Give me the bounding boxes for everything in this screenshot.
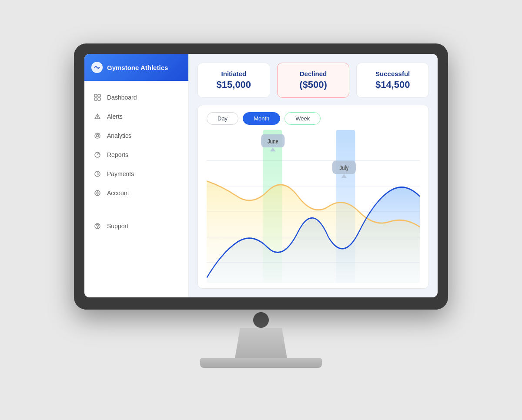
stat-card-initiated: Initiated $15,000 bbox=[197, 63, 270, 98]
svg-rect-2 bbox=[94, 98, 97, 100]
monitor-bottom-assembly bbox=[200, 310, 322, 377]
sidebar-item-dashboard[interactable]: Dashboard bbox=[84, 88, 188, 107]
analytics-icon bbox=[93, 131, 102, 140]
svg-point-7 bbox=[97, 135, 99, 137]
stat-card-declined: Declined ($500) bbox=[277, 63, 350, 98]
alerts-icon bbox=[93, 112, 102, 121]
svg-line-11 bbox=[97, 154, 98, 155]
account-icon bbox=[93, 189, 102, 197]
svg-text:June: June bbox=[268, 138, 278, 145]
reports-label: Reports bbox=[107, 151, 128, 158]
chart-container: Day Month Week bbox=[197, 105, 429, 289]
payments-icon: $ bbox=[93, 170, 102, 178]
monitor-wrapper: Gymstone Athletics Dash bbox=[74, 43, 448, 377]
account-label: Account bbox=[107, 190, 129, 197]
sidebar-item-alerts[interactable]: Alerts bbox=[84, 107, 188, 126]
stat-title-initiated: Initiated bbox=[207, 70, 261, 77]
sidebar-support: Support bbox=[84, 210, 188, 297]
monitor-outer: Gymstone Athletics Dash bbox=[74, 43, 448, 310]
svg-point-5 bbox=[97, 118, 98, 119]
tab-week[interactable]: Week bbox=[284, 112, 321, 125]
monitor-neck bbox=[235, 328, 287, 358]
monitor-button bbox=[253, 312, 269, 328]
sidebar-item-account[interactable]: Account bbox=[84, 183, 188, 203]
sidebar-item-reports[interactable]: Reports bbox=[84, 145, 188, 164]
support-label: Support bbox=[107, 223, 128, 230]
stat-value-initiated: $15,000 bbox=[207, 79, 261, 90]
sidebar: Gymstone Athletics Dash bbox=[84, 54, 189, 297]
analytics-label: Analytics bbox=[107, 132, 131, 139]
reports-icon bbox=[93, 150, 102, 159]
stat-value-declined: ($500) bbox=[286, 79, 341, 90]
stat-title-declined: Declined bbox=[286, 70, 341, 77]
sidebar-logo bbox=[91, 62, 103, 73]
monitor-chin bbox=[84, 297, 438, 310]
sidebar-item-support[interactable]: Support bbox=[84, 217, 188, 236]
chart-area: June July bbox=[207, 130, 420, 283]
monitor-base bbox=[200, 358, 322, 368]
svg-rect-0 bbox=[94, 94, 97, 97]
svg-point-15 bbox=[97, 192, 98, 194]
svg-text:July: July bbox=[339, 164, 348, 171]
tab-month[interactable]: Month bbox=[243, 112, 280, 125]
chart-tabs: Day Month Week bbox=[207, 112, 420, 125]
dashboard-label: Dashboard bbox=[107, 94, 137, 101]
sidebar-nav: Dashboard Alerts bbox=[84, 81, 188, 210]
monitor-screen: Gymstone Athletics Dash bbox=[84, 54, 438, 297]
payments-label: Payments bbox=[107, 170, 134, 177]
stat-title-successful: Successful bbox=[365, 70, 420, 77]
sidebar-brand-name: Gymstone Athletics bbox=[107, 64, 168, 71]
svg-rect-3 bbox=[98, 98, 100, 100]
svg-rect-1 bbox=[98, 94, 100, 97]
svg-point-21 bbox=[97, 227, 98, 228]
dashboard-icon bbox=[93, 93, 102, 102]
sidebar-header: Gymstone Athletics bbox=[84, 54, 188, 81]
sidebar-item-analytics[interactable]: Analytics bbox=[84, 126, 188, 145]
sidebar-item-payments[interactable]: $ Payments bbox=[84, 164, 188, 183]
stat-value-successful: $14,500 bbox=[365, 79, 420, 90]
alerts-label: Alerts bbox=[107, 113, 123, 120]
svg-text:$: $ bbox=[97, 172, 99, 175]
stats-row: Initiated $15,000 Declined ($500) Succes… bbox=[197, 63, 429, 98]
tab-day[interactable]: Day bbox=[207, 112, 238, 125]
main-content: Initiated $15,000 Declined ($500) Succes… bbox=[189, 54, 438, 297]
support-icon bbox=[93, 222, 102, 230]
stat-card-successful: Successful $14,500 bbox=[356, 63, 429, 98]
